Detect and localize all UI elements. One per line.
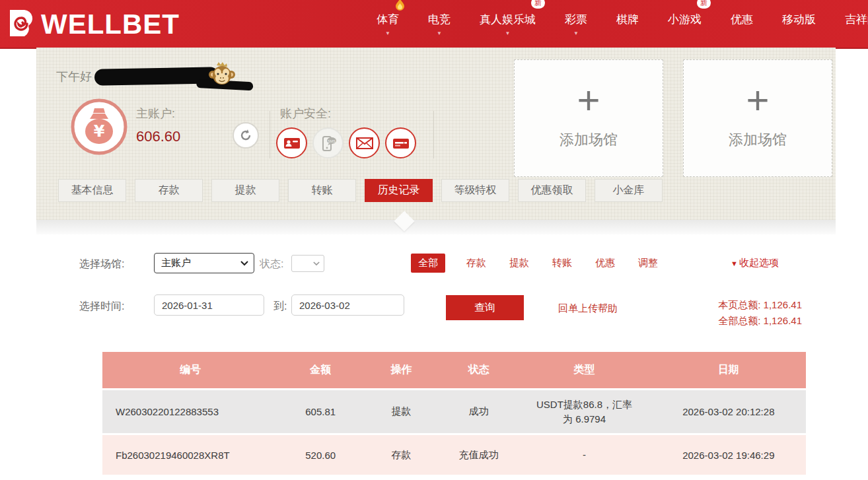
cell-status: 成功 xyxy=(440,390,517,433)
greeting-text: 下午好 xyxy=(56,69,92,85)
history-table: 编号 金额 操作 状态 类型 日期 W26030220122883553 605… xyxy=(102,350,806,477)
col-header-status: 状态 xyxy=(440,352,517,388)
nav-item-esports[interactable]: 电竞 ▼ xyxy=(428,12,451,36)
nav-item-promotions[interactable]: 优惠 xyxy=(731,12,753,36)
chevron-down-icon: ▼ xyxy=(437,31,442,36)
cell-amount: 605.81 xyxy=(278,390,363,433)
chip-adjust[interactable]: 调整 xyxy=(638,257,658,269)
cell-type: USDT提款86.8，汇率为 6.9794 xyxy=(517,390,651,433)
tab-basic-info[interactable]: 基本信息 xyxy=(58,179,126,202)
table-header-row: 编号 金额 操作 状态 类型 日期 xyxy=(102,352,806,388)
main-nav: 体育 ▼ 电竞 ▼ 新 真人娱乐城 ▼ 彩票 ▼ 棋牌 新 小游戏 xyxy=(377,0,868,48)
chip-promo[interactable]: 优惠 xyxy=(595,257,615,269)
svg-text:¥: ¥ xyxy=(94,122,105,141)
page-total: 本页总额: 1,126.41 xyxy=(718,297,802,313)
add-venue-box-2[interactable]: + 添加场馆 xyxy=(683,59,832,177)
chip-transfer[interactable]: 转账 xyxy=(552,257,572,269)
nav-label: 彩票 xyxy=(565,12,587,27)
totals-block: 本页总额: 1,126.41 全部总额: 1,126.41 xyxy=(718,297,802,329)
monkey-avatar xyxy=(208,61,236,91)
venue-filter-label: 选择场馆: xyxy=(79,257,124,271)
chevron-down-icon: ▼ xyxy=(385,31,390,36)
refresh-balance-button[interactable] xyxy=(233,122,259,149)
chevron-down-icon xyxy=(240,261,248,266)
nav-label: 电竞 xyxy=(428,12,451,27)
add-venue-label: 添加场馆 xyxy=(560,130,618,150)
date-to-input[interactable]: 2026-03-02 xyxy=(291,294,404,316)
money-bag-icon: ¥ xyxy=(70,98,128,158)
venue-select-value: 主账户 xyxy=(161,257,191,269)
logo-spiral-icon xyxy=(5,6,40,43)
cell-action: 提款 xyxy=(363,390,440,433)
id-card-icon[interactable] xyxy=(276,127,307,158)
chevron-down-icon: ▼ xyxy=(573,31,579,36)
tab-history[interactable]: 历史记录 xyxy=(365,179,433,202)
nav-item-board-games[interactable]: 棋牌 xyxy=(616,12,639,36)
tab-vip-privileges[interactable]: 等级特权 xyxy=(441,179,509,202)
divider xyxy=(270,111,270,158)
nav-label: 体育 xyxy=(377,12,399,27)
cell-amount: 520.60 xyxy=(278,435,363,475)
col-header-type: 类型 xyxy=(517,352,651,388)
col-header-date: 日期 xyxy=(651,352,806,388)
account-security-label: 账户安全: xyxy=(280,106,331,121)
account-tabs: 基本信息 存款 提款 转账 历史记录 等级特权 优惠领取 小金库 xyxy=(58,179,663,202)
page: WELLBET 体育 ▼ 电竞 ▼ 新 真人娱乐城 ▼ 彩票 ▼ xyxy=(0,0,868,480)
tab-claim-promo[interactable]: 优惠领取 xyxy=(518,179,586,202)
time-filter-label: 选择时间: xyxy=(79,300,124,314)
cell-action: 存款 xyxy=(363,435,440,475)
type-filter-chips: 全部 存款 提款 转账 优惠 调整 xyxy=(411,254,681,273)
site-logo[interactable]: WELLBET xyxy=(5,6,180,43)
security-icons-row: SMS xyxy=(276,127,416,158)
search-button[interactable]: 查询 xyxy=(446,295,524,320)
table-row: Fb26030219460028XR8T 520.60 存款 充值成功 - 20… xyxy=(102,435,806,475)
tab-transfer[interactable]: 转账 xyxy=(288,179,356,202)
chip-all[interactable]: 全部 xyxy=(411,254,445,273)
main-account-balance: 606.60 xyxy=(136,128,180,145)
collapse-options-link[interactable]: ▼收起选项 xyxy=(731,257,779,269)
col-header-id: 编号 xyxy=(102,352,278,388)
chip-deposit[interactable]: 存款 xyxy=(466,257,486,269)
nav-label: 小游戏 xyxy=(668,12,702,27)
chevron-down-icon xyxy=(313,261,320,266)
nav-item-jixiang[interactable]: 吉祥的 xyxy=(845,12,868,36)
sms-phone-icon[interactable]: SMS xyxy=(312,127,344,158)
new-badge: 新 xyxy=(697,0,711,9)
date-from-input[interactable]: 2026-01-31 xyxy=(154,294,264,316)
col-header-amount: 金额 xyxy=(278,352,363,388)
mail-icon[interactable] xyxy=(349,127,380,158)
nav-label: 吉祥的 xyxy=(845,12,868,27)
divider xyxy=(433,111,434,158)
cell-status: 充值成功 xyxy=(440,435,517,475)
greeting-row: 下午好 xyxy=(56,61,236,91)
collapse-options-label: 收起选项 xyxy=(739,257,779,268)
tab-withdraw[interactable]: 提款 xyxy=(211,179,279,202)
cell-date: 2026-03-02 20:12:28 xyxy=(651,390,806,433)
tab-deposit[interactable]: 存款 xyxy=(135,179,203,202)
chevron-down-icon: ▼ xyxy=(505,31,511,36)
nav-item-mini-games[interactable]: 新 小游戏 xyxy=(668,12,702,36)
add-venue-label: 添加场馆 xyxy=(729,130,787,150)
tab-vault[interactable]: 小金库 xyxy=(595,179,663,202)
nav-item-mobile[interactable]: 移动版 xyxy=(782,12,816,36)
panel-edge xyxy=(36,220,836,234)
status-select[interactable] xyxy=(291,255,324,272)
add-venue-box-1[interactable]: + 添加场馆 xyxy=(514,59,663,177)
logo-text: WELLBET xyxy=(41,9,180,40)
nav-item-sports[interactable]: 体育 ▼ xyxy=(377,12,399,36)
bank-card-icon[interactable] xyxy=(385,127,416,158)
nav-item-live-casino[interactable]: 新 真人娱乐城 ▼ xyxy=(480,12,536,36)
cell-id: W26030220122883553 xyxy=(102,390,278,433)
chip-withdraw[interactable]: 提款 xyxy=(509,257,529,269)
venue-select[interactable]: 主账户 xyxy=(154,253,254,273)
nav-label: 真人娱乐城 xyxy=(480,12,536,27)
nav-label: 棋牌 xyxy=(616,12,639,27)
col-header-action: 操作 xyxy=(363,352,440,388)
nav-item-lottery[interactable]: 彩票 ▼ xyxy=(565,12,587,36)
triangle-down-icon: ▼ xyxy=(731,259,738,267)
to-label: 到: xyxy=(273,300,287,314)
receipt-upload-help-link[interactable]: 回单上传帮助 xyxy=(558,302,618,315)
nav-label: 移动版 xyxy=(782,12,816,27)
cell-id: Fb26030219460028XR8T xyxy=(102,435,278,475)
all-total: 全部总额: 1,126.41 xyxy=(718,313,802,329)
